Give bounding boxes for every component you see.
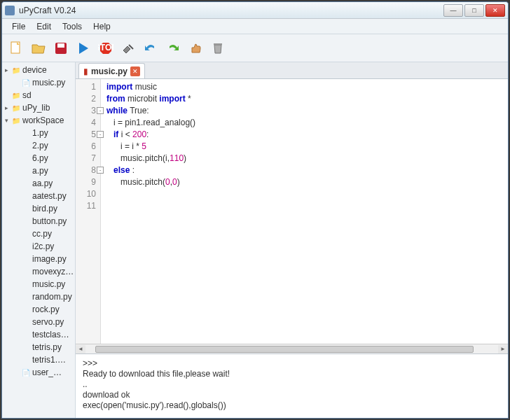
tree-item[interactable]: aa.py (2, 177, 75, 190)
tree-item[interactable]: ▾📁workSpace (2, 114, 75, 127)
window-controls: — □ ✕ (443, 4, 505, 17)
menu-tools[interactable]: Tools (57, 20, 88, 33)
scroll-thumb[interactable] (95, 346, 474, 353)
tree-item[interactable]: random.py (2, 290, 75, 303)
tree-item[interactable]: i2c.py (2, 240, 75, 253)
titlebar[interactable]: uPyCraft V0.24 — □ ✕ (2, 2, 508, 19)
line-gutter: 1234567891011 (76, 79, 101, 344)
tree-item[interactable]: ▸📁uPy_lib (2, 102, 75, 114)
content-area: ▸📁device📄music.py📁sd▸📁uPy_lib▾📁workSpace… (2, 62, 508, 418)
tree-item[interactable]: ▸📁device (2, 64, 75, 76)
app-icon (5, 6, 15, 15)
scroll-right-icon[interactable]: ► (498, 345, 508, 354)
editor-tab[interactable]: ▮ music.py ✕ (78, 63, 145, 78)
tree-item[interactable]: rock.py (2, 303, 75, 316)
tree-item[interactable]: 2.py (2, 139, 75, 152)
code-body[interactable]: import musicfrom microbit import *-while… (101, 79, 508, 344)
tree-item[interactable]: servo.py (2, 316, 75, 328)
tree-item[interactable]: aatest.py (2, 190, 75, 202)
redo-button[interactable] (163, 38, 183, 58)
tab-file-icon: ▮ (83, 66, 88, 76)
menu-edit[interactable]: Edit (31, 20, 57, 33)
svg-text:STOP: STOP (98, 43, 113, 52)
tree-item[interactable]: movexyz… (2, 265, 75, 278)
tree-item[interactable]: 📁sd (2, 89, 75, 102)
disconnect-button[interactable] (118, 38, 138, 58)
tab-bar: ▮ music.py ✕ (76, 62, 508, 79)
editor-area: ▮ music.py ✕ 1234567891011 import musicf… (76, 62, 508, 418)
menu-file[interactable]: File (6, 20, 31, 33)
scroll-left-icon[interactable]: ◄ (76, 345, 85, 354)
tree-item[interactable]: 📄user_… (2, 366, 75, 379)
undo-button[interactable] (141, 38, 160, 58)
file-tree[interactable]: ▸📁device📄music.py📁sd▸📁uPy_lib▾📁workSpace… (2, 62, 76, 418)
app-window: uPyCraft V0.24 — □ ✕ FileEditToolsHelp S… (1, 1, 509, 419)
tree-item[interactable]: music.py (2, 278, 75, 290)
horizontal-scrollbar[interactable]: ◄ ► (76, 344, 508, 354)
like-button[interactable] (186, 38, 205, 58)
toolbar: STOP (2, 34, 508, 62)
stop-button[interactable]: STOP (96, 38, 116, 58)
window-title: uPyCraft V0.24 (19, 6, 443, 15)
code-editor[interactable]: 1234567891011 import musicfrom microbit … (76, 79, 508, 344)
minimize-button[interactable]: — (443, 4, 463, 17)
tab-filename: music.py (91, 66, 127, 76)
delete-button[interactable] (208, 38, 228, 58)
run-button[interactable] (74, 38, 93, 58)
new-file-button[interactable] (6, 38, 26, 58)
open-file-button[interactable] (29, 38, 48, 58)
tree-item[interactable]: a.py (2, 164, 75, 177)
tree-item[interactable]: testclas… (2, 328, 75, 341)
tree-item[interactable]: 📄music.py (2, 76, 75, 89)
svg-rect-5 (214, 43, 222, 45)
save-file-button[interactable] (51, 38, 71, 58)
tree-item[interactable]: tetris1.… (2, 354, 75, 366)
tree-item[interactable]: 6.py (2, 152, 75, 164)
close-button[interactable]: ✕ (485, 4, 505, 17)
tree-item[interactable]: button.py (2, 215, 75, 227)
tree-item[interactable]: image.py (2, 253, 75, 265)
tree-item[interactable]: bird.py (2, 202, 75, 215)
console-output[interactable]: >>>Ready to download this file,please wa… (76, 354, 508, 418)
tab-close-icon[interactable]: ✕ (130, 66, 140, 76)
tree-item[interactable]: 1.py (2, 127, 75, 139)
menu-help[interactable]: Help (88, 20, 116, 33)
maximize-button[interactable]: □ (464, 4, 484, 17)
tree-item[interactable]: tetris.py (2, 341, 75, 354)
menubar: FileEditToolsHelp (2, 19, 508, 34)
tree-item[interactable]: cc.py (2, 227, 75, 240)
svg-rect-2 (57, 43, 64, 48)
